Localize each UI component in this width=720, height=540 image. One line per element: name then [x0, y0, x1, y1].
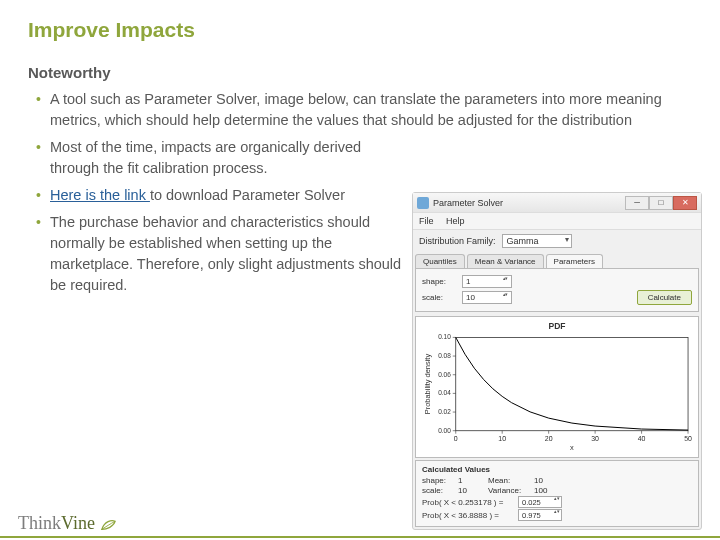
section-heading: Noteworthy [28, 64, 692, 81]
distribution-label: Distribution Family: [419, 236, 496, 246]
shape-input[interactable]: 1 [462, 275, 512, 288]
svg-text:0.08: 0.08 [438, 352, 451, 359]
shape-label: shape: [422, 277, 456, 286]
svg-text:20: 20 [545, 435, 553, 442]
calculated-values-panel: Calculated Values shape: 1 Mean: 10 scal… [415, 460, 699, 527]
svg-text:x: x [570, 443, 574, 451]
svg-text:0.04: 0.04 [438, 389, 451, 396]
svg-text:0.06: 0.06 [438, 371, 451, 378]
window-titlebar: Parameter Solver ─ □ ✕ [413, 193, 701, 213]
scale-input[interactable]: 10 [462, 291, 512, 304]
plot-title: PDF [420, 321, 694, 331]
svg-text:30: 30 [591, 435, 599, 442]
pdf-chart: 010203040500.000.020.040.060.080.10xProb… [420, 333, 694, 451]
svg-rect-0 [456, 337, 688, 430]
cv-shape-value: 1 [458, 476, 488, 485]
svg-text:40: 40 [638, 435, 646, 442]
cv-p2-input[interactable]: 0.975 [518, 509, 562, 521]
download-link[interactable]: Here is the link [50, 187, 150, 203]
calculate-button[interactable]: Calculate [637, 290, 692, 305]
cv-scale-value: 10 [458, 486, 488, 495]
calc-heading: Calculated Values [422, 465, 692, 474]
cv-p1-label: Prob( X < 0.253178 ) = [422, 498, 518, 507]
list-item: The purchase behavior and characteristic… [50, 212, 410, 296]
cv-p1-input[interactable]: 0.025 [518, 496, 562, 508]
brand-logo: ThinkVine [18, 513, 117, 534]
cv-shape-label: shape: [422, 476, 458, 485]
svg-text:Probability density: Probability density [423, 354, 432, 415]
tab-panel: shape: 1 scale: 10 Calculate [415, 268, 699, 312]
cv-scale-label: scale: [422, 486, 458, 495]
cv-mean-label: Mean: [488, 476, 534, 485]
help-menu[interactable]: Help [446, 216, 465, 226]
minimize-button[interactable]: ─ [625, 196, 649, 210]
footer-rule [0, 536, 720, 538]
tab-quantiles[interactable]: Quantiles [415, 254, 465, 268]
file-menu[interactable]: File [419, 216, 434, 226]
svg-text:10: 10 [498, 435, 506, 442]
scale-label: scale: [422, 293, 456, 302]
svg-text:0.10: 0.10 [438, 333, 451, 340]
list-item: Most of the time, impacts are organicall… [50, 137, 410, 179]
svg-text:0.02: 0.02 [438, 408, 451, 415]
app-icon [417, 197, 429, 209]
list-item: Here is the link to download Parameter S… [50, 185, 410, 206]
svg-text:0.00: 0.00 [438, 427, 451, 434]
leaf-icon [99, 516, 117, 532]
maximize-button[interactable]: □ [649, 196, 673, 210]
tab-parameters[interactable]: Parameters [546, 254, 603, 268]
distribution-select[interactable]: Gamma [502, 234, 572, 248]
close-button[interactable]: ✕ [673, 196, 697, 210]
menubar: File Help [413, 213, 701, 230]
svg-text:50: 50 [684, 435, 692, 442]
list-item: A tool such as Parameter Solver, image b… [50, 89, 692, 131]
cv-var-label: Variance: [488, 486, 534, 495]
cv-var-value: 100 [534, 486, 568, 495]
tab-mean-variance[interactable]: Mean & Variance [467, 254, 544, 268]
window-title: Parameter Solver [433, 198, 503, 208]
svg-text:0: 0 [454, 435, 458, 442]
parameter-solver-screenshot: Parameter Solver ─ □ ✕ File Help Distrib… [412, 192, 702, 530]
page-title: Improve Impacts [28, 18, 692, 42]
cv-mean-value: 10 [534, 476, 568, 485]
pdf-plot: PDF 010203040500.000.020.040.060.080.10x… [415, 316, 699, 458]
cv-p2-label: Prob( X < 36.8888 ) = [422, 511, 518, 520]
